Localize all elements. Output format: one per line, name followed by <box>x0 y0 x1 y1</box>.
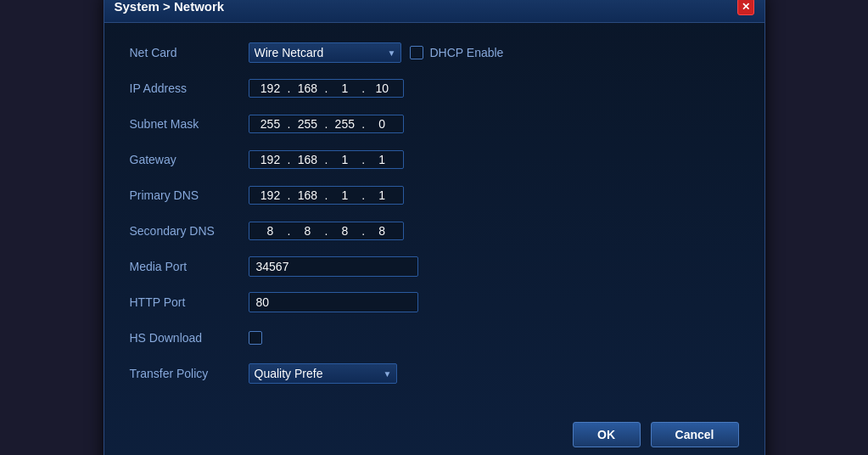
ip-address-c[interactable] <box>328 81 361 95</box>
gateway-b[interactable] <box>291 153 323 166</box>
subnet-mask-c[interactable] <box>328 117 361 131</box>
secondary-dns-a[interactable] <box>255 224 287 238</box>
dhcp-label: DHCP Enable <box>430 46 504 59</box>
primary-dns-label: Primary DNS <box>130 188 249 202</box>
transfer-policy-label: Transfer Policy <box>130 367 249 380</box>
subnet-mask-a[interactable] <box>255 117 287 131</box>
ip-address-row: IP Address . . . <box>130 76 739 101</box>
subnet-mask-field: . . . <box>249 115 405 133</box>
gateway-label: Gateway <box>130 153 249 166</box>
title-bar: System > Network ✕ <box>104 0 764 23</box>
cancel-button[interactable]: Cancel <box>651 422 739 447</box>
secondary-dns-d[interactable] <box>366 224 398 238</box>
media-port-input[interactable] <box>249 256 418 277</box>
subnet-mask-b[interactable] <box>291 117 323 131</box>
secondary-dns-b[interactable] <box>291 224 323 238</box>
dhcp-checkbox[interactable] <box>410 46 423 59</box>
http-port-label: HTTP Port <box>130 295 249 309</box>
hs-download-label: HS Download <box>130 331 249 345</box>
secondary-dns-field: . . . <box>249 222 405 240</box>
net-card-select-wrapper: Wire Netcard <box>249 42 401 63</box>
ip-address-label: IP Address <box>130 81 249 95</box>
subnet-mask-d[interactable] <box>366 117 398 131</box>
system-network-dialog: System > Network ✕ Net Card Wire Netcard… <box>104 0 765 455</box>
ip-address-d[interactable] <box>366 81 398 95</box>
ip-address-a[interactable] <box>255 81 287 95</box>
primary-dns-row: Primary DNS . . . <box>130 183 739 208</box>
gateway-row: Gateway . . . <box>130 147 739 172</box>
primary-dns-b[interactable] <box>291 188 323 202</box>
secondary-dns-c[interactable] <box>328 224 361 238</box>
secondary-dns-row: Secondary DNS . . . <box>130 218 739 244</box>
hs-download-checkbox[interactable] <box>249 331 262 345</box>
secondary-dns-label: Secondary DNS <box>130 224 249 238</box>
gateway-c[interactable] <box>328 153 361 166</box>
hs-download-row: HS Download <box>130 325 739 351</box>
media-port-label: Media Port <box>130 260 249 273</box>
primary-dns-a[interactable] <box>255 188 287 202</box>
transfer-policy-select[interactable]: Quality Prefe Fluency Prefe <box>249 363 397 384</box>
http-port-input[interactable] <box>249 292 418 312</box>
ip-address-field: . . . <box>249 79 405 98</box>
subnet-mask-row: Subnet Mask . . . <box>130 111 739 137</box>
primary-dns-d[interactable] <box>366 188 398 202</box>
net-card-label: Net Card <box>130 46 249 59</box>
net-card-row: Net Card Wire Netcard DHCP Enable <box>130 40 739 65</box>
close-button[interactable]: ✕ <box>737 0 754 15</box>
dialog-footer: OK Cancel <box>104 409 764 456</box>
dhcp-row: DHCP Enable <box>410 46 504 59</box>
media-port-row: Media Port <box>130 254 739 279</box>
gateway-field: . . . <box>249 150 405 169</box>
ok-button[interactable]: OK <box>573 422 641 447</box>
gateway-a[interactable] <box>255 153 287 166</box>
primary-dns-c[interactable] <box>328 188 361 202</box>
ip-address-b[interactable] <box>291 81 323 95</box>
net-card-select[interactable]: Wire Netcard <box>249 42 401 63</box>
transfer-policy-row: Transfer Policy Quality Prefe Fluency Pr… <box>130 361 739 386</box>
subnet-mask-label: Subnet Mask <box>130 117 249 131</box>
dialog-title: System > Network <box>115 0 225 14</box>
http-port-row: HTTP Port <box>130 289 739 315</box>
primary-dns-field: . . . <box>249 186 405 205</box>
transfer-policy-select-wrapper: Quality Prefe Fluency Prefe <box>249 363 397 384</box>
dialog-content: Net Card Wire Netcard DHCP Enable IP Add… <box>104 23 764 409</box>
gateway-d[interactable] <box>366 153 398 166</box>
